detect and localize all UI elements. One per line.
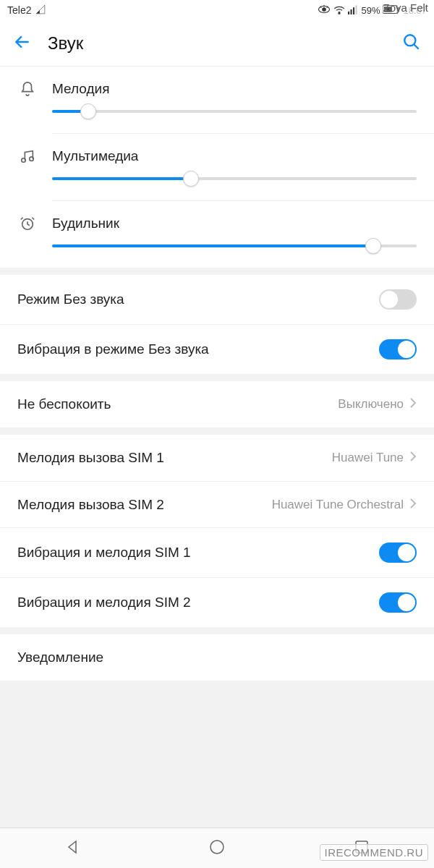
row-label: Вибрация в режиме Без звука [17,341,379,357]
slider-alarm: Будильник [0,201,434,268]
svg-rect-4 [351,9,352,14]
header: Звук [0,20,434,67]
row-silent-mode[interactable]: Режим Без звука [0,275,434,324]
slider-ringtone-track[interactable] [52,110,417,113]
svg-point-12 [30,157,34,161]
page-title: Звук [48,33,402,54]
alarm-icon [17,216,38,231]
slider-label: Мультимедиа [52,148,138,164]
svg-rect-6 [356,5,357,14]
nav-back-button[interactable] [64,838,81,859]
svg-point-2 [339,12,340,14]
svg-point-10 [404,35,415,46]
volume-section: Мелодия Мультимедиа Будильник [0,67,434,268]
nav-home-button[interactable] [208,838,226,859]
dnd-section: Не беспокоить Выключено [0,381,434,427]
slider-label: Мелодия [52,81,109,97]
row-ringtone-sim2[interactable]: Мелодия вызова SIM 2 Huawei Tune Orchest… [0,481,434,527]
slider-ringtone: Мелодия [0,67,434,133]
row-vibrate-silent[interactable]: Вибрация в режиме Без звука [0,324,434,374]
ringtone-section: Мелодия вызова SIM 1 Huawei Tune Мелодия… [0,435,434,627]
row-vibrate-sim1[interactable]: Вибрация и мелодия SIM 1 [0,527,434,577]
mode-section: Режим Без звука Вибрация в режиме Без зв… [0,275,434,374]
chevron-right-icon [409,451,417,465]
row-label: Мелодия вызова SIM 1 [17,450,332,466]
toggle-vibrate-silent[interactable] [379,339,417,359]
slider-alarm-track[interactable] [52,244,417,247]
signal-icon [348,4,358,17]
slider-media-track[interactable] [52,177,417,180]
svg-point-14 [210,841,224,854]
row-ringtone-sim1[interactable]: Мелодия вызова SIM 1 Huawei Tune [0,435,434,481]
network-icon [35,4,46,17]
watermark-top: Zoya Felt [383,1,428,14]
notification-section: Уведомление [0,634,434,681]
back-button[interactable] [13,33,32,54]
row-label: Мелодия вызова SIM 2 [17,497,272,513]
chevron-right-icon [409,498,417,512]
battery-pct: 59% [361,5,380,16]
wifi-icon [333,4,345,17]
row-label: Вибрация и мелодия SIM 1 [17,545,379,561]
watermark-bottom: IRECOMMEND.RU [320,844,429,861]
bell-icon [17,81,38,97]
search-button[interactable] [402,33,421,54]
toggle-vibrate-sim1[interactable] [379,542,417,563]
toggle-vibrate-sim2[interactable] [379,592,417,613]
svg-point-1 [323,7,326,11]
music-icon [17,148,38,164]
slider-label: Будильник [52,216,119,231]
carrier-label: Tele2 [7,4,31,16]
eye-icon [318,4,331,17]
row-label: Вибрация и мелодия SIM 2 [17,595,379,610]
slider-media: Мультимедиа [0,134,434,200]
row-label: Режим Без звука [17,292,379,307]
row-label: Уведомление [17,650,417,665]
chevron-right-icon [409,397,417,412]
row-label: Не беспокоить [17,396,338,412]
row-value: Huawei Tune Orchestral [272,498,404,512]
status-bar: Tele2 59% 18:07 [0,0,434,20]
row-value: Выключено [338,397,404,412]
row-notification[interactable]: Уведомление [0,634,434,681]
svg-rect-5 [353,7,354,14]
svg-rect-3 [348,11,349,14]
row-value: Huawei Tune [332,451,404,465]
row-vibrate-sim2[interactable]: Вибрация и мелодия SIM 2 [0,577,434,627]
row-dnd[interactable]: Не беспокоить Выключено [0,381,434,427]
toggle-silent-mode[interactable] [379,289,417,310]
